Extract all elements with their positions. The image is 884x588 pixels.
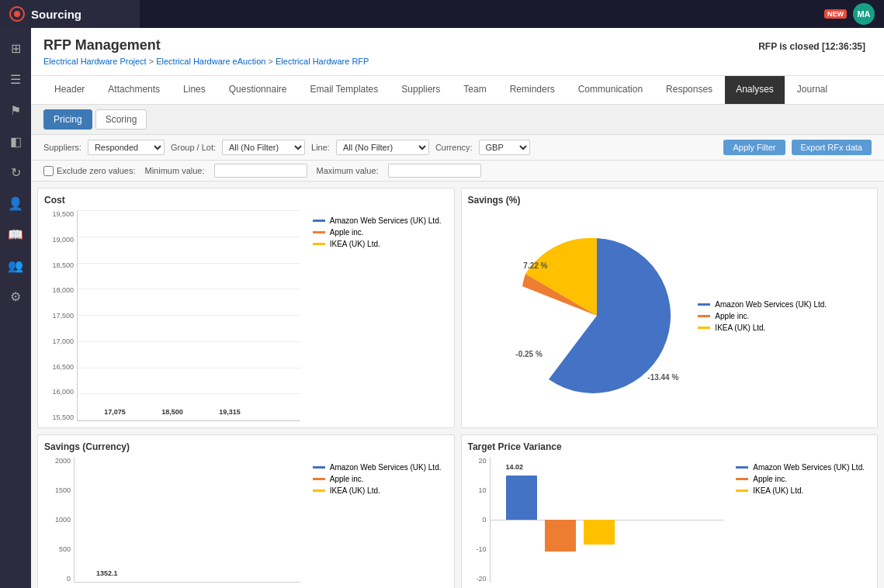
group-lot-select[interactable]: All (No Filter)	[222, 140, 305, 155]
filter-row2: Exclude zero values: Minimum value: Maxi…	[31, 161, 884, 182]
tab-communication[interactable]: Communication	[567, 76, 653, 104]
savings-currency-legend-apple: Apple inc.	[313, 475, 442, 483]
savings-pct-legend-ikea-color	[698, 327, 710, 329]
tab-email-templates[interactable]: Email Templates	[299, 76, 389, 104]
savings-currency-legend-amazon: Amazon Web Services (UK) Ltd.	[313, 463, 442, 472]
new-badge: NEW	[824, 9, 847, 19]
tab-questionnaire[interactable]: Questionnaire	[218, 76, 298, 104]
breadcrumb-link-1[interactable]: Electrical Hardware Project	[43, 57, 147, 66]
tab-lines[interactable]: Lines	[172, 76, 217, 104]
cost-legend-ikea: IKEA (UK) Ltd.	[313, 240, 442, 248]
sidebar-flag-icon[interactable]: ⚑	[2, 96, 29, 124]
cost-y-axis: 19,500 19,000 18,500 18,000 17,500 17,00…	[44, 210, 77, 421]
cost-legend-ikea-color	[313, 243, 325, 245]
pie-label-ikea: 7.22 %	[523, 261, 547, 270]
tab-header[interactable]: Header	[43, 76, 95, 104]
app-logo: Sourcing	[0, 0, 140, 28]
savings-currency-legend-amazon-label: Amazon Web Services (UK) Ltd.	[330, 463, 442, 472]
line-select[interactable]: All (No Filter)	[336, 140, 429, 155]
tab-suppliers[interactable]: Suppliers	[390, 76, 451, 104]
variance-legend-ikea-label: IKEA (UK) Ltd.	[753, 486, 803, 495]
cost-legend-apple-label: Apple inc.	[330, 228, 364, 237]
savings-pct-legend-apple-label: Apple inc.	[715, 312, 749, 320]
variance-amazon-bar: 14.02	[506, 476, 537, 520]
cost-legend: Amazon Web Services (UK) Ltd. Apple inc.…	[300, 210, 448, 421]
tab-team[interactable]: Team	[452, 76, 497, 104]
exclude-zero-label[interactable]: Exclude zero values:	[43, 166, 136, 176]
breadcrumb-link-2[interactable]: Electrical Hardware eAuction	[156, 57, 265, 66]
min-value-label: Minimum value:	[145, 166, 205, 175]
savings-currency-legend-apple-label: Apple inc.	[330, 475, 364, 483]
sidebar-person-icon[interactable]: 👤	[2, 189, 29, 217]
cost-legend-apple: Apple inc.	[313, 228, 442, 237]
tab-analyses[interactable]: Analyses	[725, 76, 785, 104]
variance-y-axis: 20 10 0 -10 -20	[468, 457, 490, 583]
currency-select[interactable]: GBP	[479, 140, 530, 155]
tabs-bar: Header Attachments Lines Questionnaire E…	[31, 76, 884, 105]
variance-ikea-bar	[584, 520, 615, 545]
sidebar-layers-icon[interactable]: ◧	[2, 127, 29, 155]
target-price-variance-panel: Target Price Variance 20 10 0 -10 -20	[461, 434, 879, 588]
cost-legend-apple-color	[313, 231, 325, 233]
export-button[interactable]: Export RFx data	[792, 140, 872, 155]
savings-currency-legend: Amazon Web Services (UK) Ltd. Apple inc.…	[300, 457, 448, 583]
savings-currency-legend-amazon-color	[313, 466, 325, 469]
sidebar-grid-icon[interactable]: ⊞	[2, 34, 29, 62]
apply-filter-button[interactable]: Apply Filter	[723, 140, 785, 155]
variance-legend-apple-label: Apple inc.	[753, 475, 787, 483]
filter-row: Suppliers: Responded Group / Lot: All (N…	[31, 135, 884, 161]
savings-pct-title: Savings (%)	[468, 195, 872, 206]
tab-responses[interactable]: Responses	[655, 76, 723, 104]
cost-legend-ikea-label: IKEA (UK) Ltd.	[330, 240, 380, 248]
pie-label-amazon: -13.44 %	[647, 373, 678, 382]
sidebar: ⊞ ☰ ⚑ ◧ ↻ 👤 📖 👥 ⚙	[0, 28, 31, 588]
max-value-input[interactable]	[388, 164, 481, 178]
savings-currency-legend-ikea-color	[313, 489, 325, 492]
cost-legend-amazon: Amazon Web Services (UK) Ltd.	[313, 216, 442, 225]
group-lot-label: Group / Lot:	[171, 143, 216, 152]
sidebar-people-icon[interactable]: 👥	[2, 251, 29, 279]
page-title: RFP Management	[43, 37, 161, 54]
cost-gridlines	[78, 210, 300, 420]
savings-pct-legend-ikea: IKEA (UK) Ltd.	[698, 323, 827, 332]
savings-currency-panel: Savings (Currency) 2000 1500 1000 500 0 …	[37, 434, 455, 588]
charts-area: Cost 19,500 19,000 18,500 18,000 17,500 …	[31, 182, 884, 588]
savings-pct-legend-amazon: Amazon Web Services (UK) Ltd.	[698, 300, 827, 309]
cost-chart-panel: Cost 19,500 19,000 18,500 18,000 17,500 …	[37, 188, 455, 428]
savings-pct-legend: Amazon Web Services (UK) Ltd. Apple inc.…	[698, 300, 827, 332]
savings-currency-legend-ikea-label: IKEA (UK) Ltd.	[330, 486, 380, 495]
savings-pct-legend-apple: Apple inc.	[698, 312, 827, 320]
breadcrumb-link-3[interactable]: Electrical Hardware RFP	[276, 57, 369, 66]
sidebar-cycle-icon[interactable]: ↻	[2, 158, 29, 186]
variance-legend: Amazon Web Services (UK) Ltd. Apple inc.…	[723, 457, 871, 583]
subtab-pricing[interactable]: Pricing	[43, 109, 92, 130]
savings-pie-wrapper: 7.22 % -0.25 % -13.44 % Amazon Web Servi…	[468, 210, 872, 421]
sidebar-menu-icon[interactable]: ☰	[2, 65, 29, 93]
suppliers-select[interactable]: Responded	[88, 140, 165, 155]
variance-bars-area: 14.02	[490, 457, 724, 583]
variance-legend-amazon-color	[736, 466, 748, 469]
page-header: RFP Management RFP is closed [12:36:35] …	[31, 28, 884, 76]
savings-currency-bars: 1352.1 -72.9	[74, 457, 300, 583]
savings-currency-amazon-label: 1352.1	[96, 569, 118, 577]
cost-bar-chart: 19,500 19,000 18,500 18,000 17,500 17,00…	[44, 210, 300, 421]
pie-container: 7.22 % -0.25 % -13.44 %	[511, 230, 682, 401]
savings-pct-panel: Savings (%) 7.22 % -0.25 % -13.44 %	[461, 188, 879, 428]
min-value-input[interactable]	[214, 164, 307, 178]
exclude-zero-checkbox[interactable]	[43, 166, 54, 176]
variance-legend-ikea: IKEA (UK) Ltd.	[736, 486, 865, 495]
sidebar-gear-icon[interactable]: ⚙	[2, 282, 29, 310]
sidebar-book-icon[interactable]: 📖	[2, 220, 29, 248]
cost-chart-title: Cost	[44, 195, 448, 206]
tab-journal[interactable]: Journal	[786, 76, 838, 104]
tab-attachments[interactable]: Attachments	[97, 76, 171, 104]
savings-currency-legend-apple-color	[313, 478, 325, 480]
variance-legend-apple: Apple inc.	[736, 475, 865, 483]
savings-currency-legend-ikea: IKEA (UK) Ltd.	[313, 486, 442, 495]
subtab-scoring[interactable]: Scoring	[95, 109, 147, 130]
logo-inner	[14, 11, 20, 17]
variance-legend-amazon-label: Amazon Web Services (UK) Ltd.	[753, 463, 865, 472]
avatar[interactable]: MA	[853, 3, 875, 25]
tab-reminders[interactable]: Reminders	[499, 76, 566, 104]
max-value-label: Maximum value:	[317, 166, 379, 175]
